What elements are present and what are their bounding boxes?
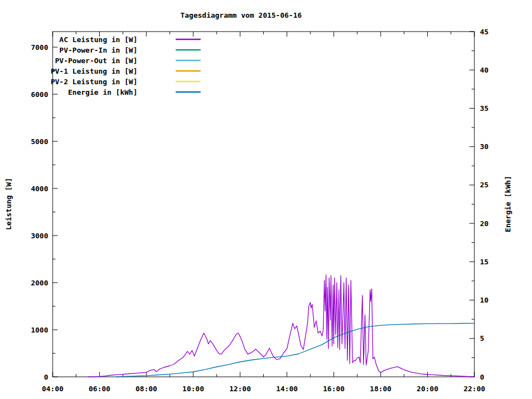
y2-tick-label: 35 [480, 104, 489, 112]
x-tick-label: 12:00 [229, 385, 251, 393]
y2-tick-label: 40 [480, 66, 489, 74]
y2-tick-label: 20 [480, 219, 489, 228]
y2-tick-label: 5 [480, 334, 484, 342]
y-tick-label: 4000 [31, 185, 48, 193]
y-tick-label: 1000 [31, 326, 48, 334]
y2-tick-label: 0 [480, 373, 484, 381]
x-tick-label: 08:00 [136, 385, 157, 393]
x-tick-label: 14:00 [276, 385, 298, 393]
x-tick-label: 22:00 [463, 385, 485, 393]
y-tick-label: 2000 [31, 279, 48, 287]
x-tick-label: 18:00 [370, 385, 391, 393]
plot-svg: Tagesdiagramm vom 2015-06-1604:0006:0008… [0, 0, 532, 399]
y-tick-label: 0 [44, 373, 48, 381]
legend-label: PV-1 Leistung in [W] [50, 67, 137, 75]
legend-label: AC Leistung in [W] [59, 35, 137, 44]
legend-label: PV-Power-In in [W] [59, 46, 137, 54]
x-tick-label: 20:00 [417, 385, 438, 393]
x-tick-label: 10:00 [182, 385, 204, 393]
x-tick-label: 16:00 [323, 385, 345, 393]
y2-tick-label: 10 [480, 296, 489, 304]
y-tick-label: 6000 [31, 90, 48, 99]
x-tick-label: 06:00 [89, 385, 110, 393]
x-tick-label: 04:00 [42, 385, 63, 393]
y2-tick-label: 30 [480, 142, 489, 151]
y-tick-label: 5000 [31, 137, 48, 146]
y-tick-label: 7000 [31, 43, 48, 52]
y-axis-title: Leistung [W] [4, 178, 13, 230]
chart-canvas: Tagesdiagramm vom 2015-06-1604:0006:0008… [0, 0, 532, 399]
series-energie-in-kwh- [116, 323, 474, 377]
legend-label: Energie in [kWh] [68, 88, 137, 96]
y2-tick-label: 45 [480, 28, 489, 36]
y2-axis-title: Energie [kWh] [504, 176, 512, 232]
legend-label: PV-2 Leistung in [W] [50, 78, 137, 86]
y2-tick-label: 15 [480, 258, 489, 266]
legend-label: PV-Power-Out in [W] [55, 57, 137, 65]
y2-tick-label: 25 [480, 181, 489, 189]
chart-title: Tagesdiagramm vom 2015-06-16 [180, 11, 301, 19]
series-ac-leistung-in-w- [88, 275, 473, 377]
y-tick-label: 3000 [31, 232, 48, 240]
